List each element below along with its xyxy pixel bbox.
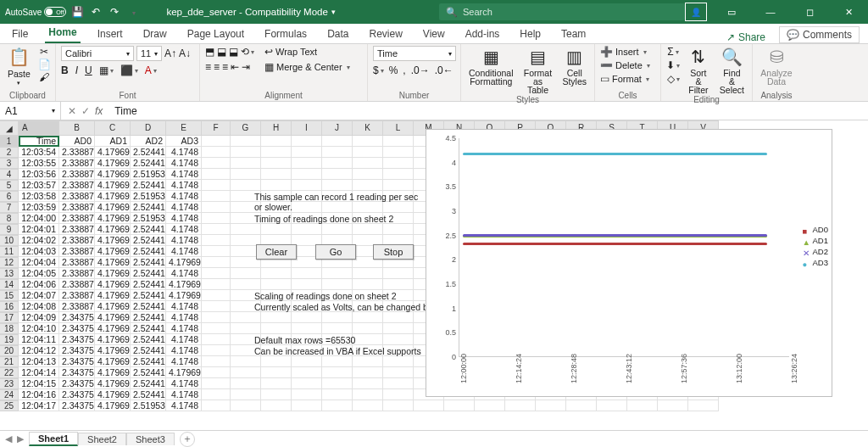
cell[interactable] [353,136,383,147]
cell[interactable] [292,169,322,180]
cell[interactable]: 4.1748 [166,312,202,323]
cell[interactable]: 12:04:02 [19,235,59,246]
row-header[interactable]: 12 [0,257,19,268]
fill-icon[interactable]: ⬇ [666,59,680,71]
cell[interactable]: 4.1748 [166,158,202,169]
cell[interactable]: 12:04:10 [19,323,59,334]
tab-review[interactable]: Review [365,25,405,43]
cell[interactable] [322,356,353,367]
tab-formulas[interactable]: Formulas [261,25,310,43]
ribbon-display-icon[interactable]: ▭ [712,0,751,24]
cell[interactable]: 12:03:59 [19,202,59,213]
row-header[interactable]: 4 [0,169,19,180]
cell[interactable]: 2.52441 [131,312,166,323]
sheet-tab-2[interactable]: Sheet2 [78,433,126,445]
analyze-data-button[interactable]: ⛁Analyze Data [758,46,795,86]
cell[interactable] [202,213,231,224]
cell[interactable]: 4.17969 [95,378,131,389]
cell[interactable]: 2.52441 [131,158,166,169]
cell[interactable]: 2.52441 [131,323,166,334]
cell[interactable] [292,312,322,323]
cell[interactable]: 4.1748 [166,389,202,400]
account-icon[interactable]: 👤 [685,3,707,21]
cell[interactable] [292,389,322,400]
cell[interactable] [353,323,383,334]
cell[interactable]: 4.1748 [166,224,202,235]
cell[interactable] [292,279,322,290]
cell[interactable] [322,224,353,235]
increase-decimal-icon[interactable]: .0→ [411,64,430,76]
cell[interactable] [597,400,627,411]
cell[interactable]: 12:04:15 [19,378,59,389]
cell[interactable] [231,136,261,147]
embedded-chart[interactable]: 00.511.522.533.544.512:00:0012:14:2412:2… [426,129,832,397]
sort-filter-button[interactable]: ⇅Sort & Filter [685,46,712,94]
cell[interactable] [383,180,414,191]
cell[interactable] [353,400,383,411]
cell[interactable] [414,400,444,411]
cell[interactable]: 12:03:55 [19,158,59,169]
tab-home[interactable]: Home [45,23,80,43]
cell[interactable] [322,279,353,290]
cell[interactable]: 2.34375 [59,389,95,400]
cell[interactable]: 4.1748 [166,246,202,257]
align-left-icon[interactable]: ≡ [205,61,211,73]
column-header[interactable]: J [322,120,353,136]
row-header[interactable]: 2 [0,147,19,158]
cell[interactable] [202,378,231,389]
sheet-nav-prev-icon[interactable]: ◀ [5,433,12,444]
cell[interactable]: 2.33887 [59,224,95,235]
cell[interactable]: 4.17969 [95,301,131,312]
cell[interactable] [383,268,414,279]
cell[interactable]: 2.52441 [131,235,166,246]
comments-button[interactable]: 💬Comments [779,26,860,43]
cell[interactable]: 4.1748 [166,345,202,356]
autosave-toggle[interactable]: AutoSave Off [5,7,66,17]
cell[interactable] [322,312,353,323]
cell[interactable]: 2.33887 [59,290,95,301]
cell[interactable] [292,323,322,334]
delete-cells-button[interactable]: ➖Delete [600,59,650,71]
cell[interactable]: 4.17969 [95,246,131,257]
tab-draw[interactable]: Draw [140,25,170,43]
row-header[interactable]: 5 [0,180,19,191]
cell[interactable]: AD2 [131,136,166,147]
column-header[interactable]: G [231,120,261,136]
cell[interactable]: 2.33887 [59,279,95,290]
cell[interactable] [202,334,231,345]
cell[interactable]: 2.33887 [59,158,95,169]
cell[interactable]: 2.52441 [131,147,166,158]
cell[interactable]: 2.52441 [131,202,166,213]
cell[interactable] [231,158,261,169]
cell[interactable] [292,356,322,367]
cell[interactable]: 4.1748 [166,400,202,411]
cell[interactable] [383,136,414,147]
cell[interactable]: 2.33887 [59,257,95,268]
merge-center-button[interactable]: ▦Merge & Center [264,61,350,73]
insert-cells-button[interactable]: ➕Insert [600,46,650,58]
redo-icon[interactable]: ↷ [107,6,122,18]
cell[interactable] [202,323,231,334]
italic-button[interactable]: I [75,64,78,76]
cell[interactable]: 2.33887 [59,246,95,257]
cell[interactable]: 2.51953 [131,400,166,411]
cut-icon[interactable]: ✂ [38,46,51,58]
cell[interactable]: 2.33887 [59,213,95,224]
cell[interactable] [353,334,383,345]
cell[interactable] [353,356,383,367]
cell[interactable] [261,169,292,180]
enter-formula-icon[interactable]: ✓ [81,105,90,117]
cell[interactable] [383,147,414,158]
column-header[interactable]: L [383,120,414,136]
column-header[interactable]: E [166,120,202,136]
cell[interactable] [353,312,383,323]
cell[interactable] [231,400,261,411]
cell[interactable] [202,235,231,246]
row-header[interactable]: 9 [0,224,19,235]
cell[interactable]: 12:04:07 [19,290,59,301]
cancel-formula-icon[interactable]: ✕ [68,105,76,117]
cell[interactable] [292,158,322,169]
cell[interactable]: 2.52441 [131,367,166,378]
cell[interactable] [231,389,261,400]
cell[interactable] [261,400,292,411]
